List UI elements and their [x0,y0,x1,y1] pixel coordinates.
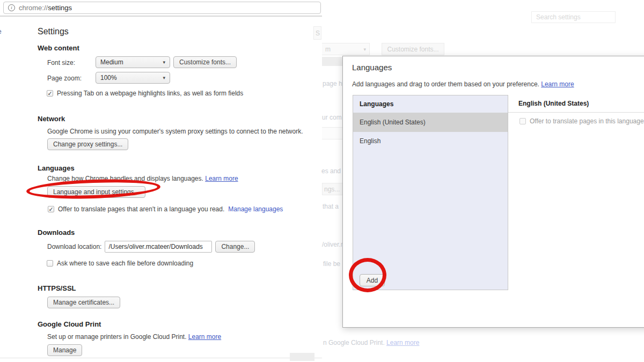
faded-search-fragment: S [313,26,321,40]
download-location-row: Download location: /Users/oliver.mcateer… [47,241,255,253]
faded-text-fragment: page hi [323,80,343,87]
faded-cloud-print-text: n Google Cloud Print. [323,339,385,346]
section-cloud-print: Google Cloud Print [38,320,101,328]
faded-cloud-print-line: n Google Cloud Print. Learn more [323,339,419,346]
faded-learn-more-link: Learn more [386,339,419,346]
cloud-print-learn-more-link[interactable]: Learn more [188,333,221,341]
url-host: settings [48,4,72,12]
change-proxy-button[interactable]: Change proxy settings... [47,138,128,150]
faded-control-fragment [322,57,342,66]
languages-dialog: Languages Add languages and drag to orde… [342,56,644,328]
faded-text-fragment: es and [321,167,341,175]
screenshot-bottom-edge [0,358,322,358]
cloud-print-manage-button[interactable]: Manage [47,344,82,356]
search-settings-input: Search settings [531,11,616,23]
font-size-value: Medium [100,58,123,66]
faded-select-text: m [325,46,331,53]
language-list-item[interactable]: English [353,132,508,151]
change-location-button[interactable]: Change... [215,241,255,253]
chevron-down-icon: ▾ [163,75,165,80]
section-downloads: Downloads [38,228,75,237]
cloud-print-desc: Set up or manage printers in Google Clou… [47,333,221,341]
ask-where-checkbox[interactable] [47,260,53,267]
section-languages: Languages [38,164,75,172]
chevron-down-icon: ▾ [363,47,366,52]
section-https-ssl: HTTPS/SSL [38,284,76,292]
section-web-content: Web content [38,44,79,52]
manage-certificates-button[interactable]: Manage certificates... [47,297,120,308]
font-size-select[interactable]: Medium ▾ [96,56,170,68]
info-icon[interactable]: i [8,4,15,11]
faded-button-fragment [290,353,314,361]
customize-fonts-button[interactable]: Customize fonts... [173,56,237,68]
translate-language-row: Offer to translate pages in this languag… [519,117,644,125]
page-title: Settings [38,27,69,36]
languages-list-header: Languages [353,95,508,113]
cropped-text-fragment: e [0,28,2,35]
address-bar[interactable]: i chrome://settings [3,2,321,14]
faded-button-fragment [322,127,343,139]
offer-translate-label: Offer to translate pages that aren't in … [58,205,224,213]
faded-text-fragment: ur com [322,114,342,121]
ask-where-row: Ask where to save each file before downl… [47,260,193,267]
section-network: Network [38,115,65,123]
faded-text-fragment: file be [323,260,340,268]
offer-translate-row: ✓ Offer to translate pages that aren't i… [48,205,283,213]
dialog-learn-more-link[interactable]: Learn more [541,80,574,88]
dialog-subtitle: Add languages and drag to order them bas… [352,80,574,88]
toolbar-divider [0,16,322,17]
download-location-input[interactable]: /Users/oliver.mcateer/Downloads [105,241,212,253]
translate-language-checkbox[interactable] [519,118,526,124]
annotation-circle [349,258,386,292]
manage-languages-link[interactable]: Manage languages [228,205,283,213]
faded-customize-fonts-button: Customize fonts... [382,43,444,55]
tab-highlight-row: ✓ Pressing Tab on a webpage highlights l… [47,90,243,97]
page-zoom-label: Page zoom: [47,75,82,82]
ask-where-label: Ask where to save each file before downl… [57,260,193,267]
tab-highlight-label: Pressing Tab on a webpage highlights lin… [57,90,243,97]
font-size-label: Font size: [47,59,75,67]
chevron-down-icon: ▾ [163,60,165,65]
network-desc: Google Chrome is using your computer's s… [47,128,303,135]
offer-translate-checkbox[interactable]: ✓ [48,206,54,212]
screenshot-canvas: i chrome://settings e Settings Web conte… [0,0,644,362]
dialog-subtitle-text: Add languages and drag to order them bas… [352,80,539,88]
page-zoom-select[interactable]: 100% ▾ [96,72,170,84]
faded-text-fragment: that a [323,203,339,210]
dialog-title: Languages [352,63,392,72]
translate-language-label: Offer to translate pages in this languag… [530,117,644,125]
tab-highlight-checkbox[interactable]: ✓ [47,90,53,97]
url-scheme: chrome:// [19,4,48,12]
languages-learn-more-link[interactable]: Learn more [205,175,238,182]
page-zoom-value: 100% [100,74,117,82]
download-location-label: Download location: [47,243,101,250]
cloud-print-desc-text: Set up or manage printers in Google Clou… [47,333,186,341]
language-list-item[interactable]: English (United States) [353,113,508,132]
faded-select-fragment: m ▾ [322,43,370,55]
language-detail-header: English (United States) [508,95,644,113]
